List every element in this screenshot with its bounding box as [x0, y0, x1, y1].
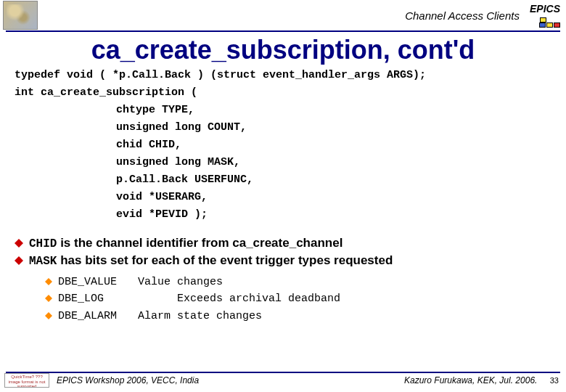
sub-row: DBE_VALUE Value changes: [45, 274, 551, 290]
bullets: CHID is the channel identifier from ca_c…: [15, 235, 551, 324]
sub-name: DBE_VALUE: [58, 274, 138, 290]
code-line: void *USERARG,: [15, 189, 551, 206]
footer-thumbnail: QuickTime? ??? image format is not suppo…: [4, 373, 49, 388]
epics-squares-row1: [530, 17, 560, 23]
code-line: p.Call.Back USERFUNC,: [15, 171, 551, 189]
bullet-row: CHID is the channel identifier from ca_c…: [15, 235, 551, 253]
sub-val: Value changes: [138, 274, 223, 290]
code-line: unsigned long MASK,: [15, 154, 551, 171]
code-line: chid CHID,: [15, 136, 551, 154]
sub-name: DBE_ALARM: [58, 308, 138, 324]
small-diamond-icon: [45, 291, 52, 298]
slide-header: Channel Access Clients EPICS: [0, 0, 566, 30]
header-rule: [6, 30, 560, 32]
epics-squares-row2: [530, 23, 560, 28]
slide-footer: QuickTime? ??? image format is not suppo…: [0, 370, 566, 392]
diamond-icon: [15, 234, 23, 243]
sub-name: DBE_LOG: [58, 290, 138, 307]
code-block: typedef void ( *p.Call.Back ) (struct ev…: [15, 67, 551, 224]
code-line: unsigned long COUNT,: [15, 119, 551, 136]
header-section-title: Channel Access Clients: [38, 9, 530, 22]
bullet-code: MASK: [29, 255, 57, 268]
sub-bullets: DBE_VALUE Value changes DBE_LOG Exceeds …: [45, 274, 551, 324]
bullet-row: MASK has bits set for each of the event …: [15, 253, 551, 270]
sub-row: DBE_LOG Exceeds archival deadband: [45, 290, 551, 307]
epics-brand: EPICS: [530, 3, 560, 28]
small-diamond-icon: [45, 274, 52, 282]
sub-row: DBE_ALARM Alarm state changes: [45, 308, 551, 324]
header-logo: [3, 1, 38, 30]
code-line: typedef void ( *p.Call.Back ) (struct ev…: [15, 67, 551, 84]
diamond-icon: [15, 252, 23, 261]
code-line: int ca_create_subscription (: [15, 84, 551, 102]
bullet-text: has bits set for each of the event trigg…: [57, 253, 393, 267]
sub-val: Alarm state changes: [138, 308, 262, 324]
code-line: chtype TYPE,: [15, 102, 551, 119]
code-line: evid *PEVID );: [15, 206, 551, 224]
slide-title: ca_create_subscription, cont'd: [0, 35, 566, 65]
footer-right: Kazuro Furukawa, KEK, Jul. 2006. 33: [404, 375, 559, 385]
epics-text: EPICS: [530, 3, 560, 16]
page-number: 33: [550, 376, 559, 385]
sub-val: Exceeds archival deadband: [138, 290, 340, 307]
bullet-text: is the channel identifier from ca_create…: [57, 236, 343, 250]
footer-left: EPICS Workshop 2006, VECC, India: [57, 375, 199, 385]
small-diamond-icon: [45, 309, 52, 316]
bullet-code: CHID: [29, 237, 57, 250]
